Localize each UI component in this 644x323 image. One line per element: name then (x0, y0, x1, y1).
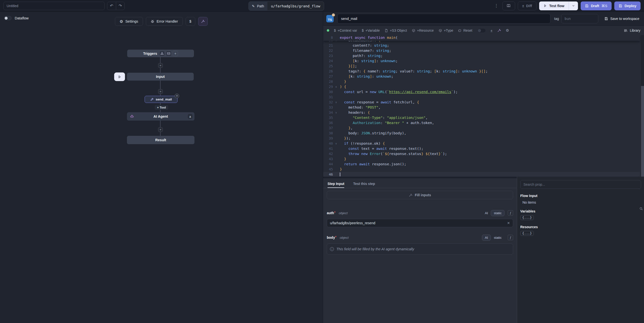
body-expression-button[interactable]: f (508, 235, 513, 240)
fold-chevron-icon[interactable]: ∨ (333, 110, 339, 115)
toolbar--type-button[interactable]: +Type (438, 29, 454, 33)
code-line[interactable]: 38 body: JSON.stringify(body), (323, 131, 640, 136)
path-button[interactable]: ✎ Path u/farhadglbs/grand_flow (248, 2, 324, 11)
code-line[interactable]: 27 [k: string]: unknown; (323, 74, 640, 79)
code-line[interactable]: 35 "Content-Type": "application/json", (323, 115, 640, 120)
editor-settings-button[interactable]: ⚙ (506, 28, 509, 33)
flow-title-input[interactable] (4, 2, 104, 10)
draft-button[interactable]: Draft ⌘S (581, 2, 612, 10)
body-mode-ai[interactable]: AI (482, 235, 491, 241)
tab-test-this-step[interactable]: Test this step (353, 182, 375, 188)
fold-spacer (333, 89, 339, 95)
code-line[interactable]: 24 [k: string]: unknown; (323, 59, 640, 64)
auth-mode-static[interactable]: static (491, 210, 504, 216)
toolbar--resource-button[interactable]: +Resource (412, 29, 434, 33)
field-type: object (340, 236, 349, 239)
code-line[interactable]: 39 }); (323, 136, 640, 141)
code-line[interactable]: 36 Authorization: "Bearer " + auth.token… (323, 120, 640, 126)
fold-spacer (333, 105, 339, 110)
node-triggers[interactable]: Triggers + (127, 50, 194, 57)
code-line[interactable]: 29∨) { (323, 84, 640, 89)
code-line[interactable]: 21 content?: string; (323, 43, 640, 48)
more-menu-button[interactable]: ⋮ (493, 3, 500, 8)
test-flow-button[interactable]: Test flow (539, 2, 578, 10)
webhook-trigger-icon[interactable] (159, 51, 165, 56)
code-line[interactable]: 41 const text = await response.text(); (323, 146, 640, 151)
code-line[interactable]: 43 } (323, 156, 640, 162)
ai-wand-button[interactable] (198, 17, 208, 26)
code-line[interactable]: 32∨ const response = await fetch(url, { (323, 100, 640, 105)
code-line[interactable]: 26 tags?: { name?: string; value?: strin… (323, 69, 640, 74)
toolbar-reset-button[interactable]: Reset (458, 29, 472, 33)
fold-chevron-icon[interactable]: ∨ (333, 141, 339, 146)
code-line[interactable]: 22 filename?: string; (323, 48, 640, 53)
add-step-button[interactable]: + (158, 127, 163, 132)
code-line[interactable]: 34∨ headers: { (323, 110, 640, 115)
auth-expression-button[interactable]: f (508, 210, 513, 216)
toolbar--variable-button[interactable]: $+Variable (362, 29, 380, 33)
add-tool-button[interactable]: + Tool (155, 105, 168, 110)
docs-button[interactable] (502, 2, 515, 10)
code-editor[interactable]: 20∨ attachments?: {21 content?: string;2… (323, 35, 644, 177)
code-line[interactable]: 8export async function main( (323, 35, 640, 41)
node-ai-agent[interactable]: AI Agent a (127, 112, 194, 121)
tab-step-input[interactable]: Step Input (328, 182, 344, 188)
diff-mode-button[interactable]: ± (490, 29, 492, 33)
editor-scrollbar[interactable] (641, 35, 644, 177)
add-step-button[interactable]: + (158, 63, 163, 68)
body-mode-static[interactable]: static (491, 235, 504, 241)
object-badge[interactable]: {...} (520, 231, 534, 236)
tag-input[interactable] (561, 14, 598, 23)
node-send-mail-tool[interactable]: send_mail (144, 96, 178, 103)
deploy-button[interactable]: Deploy (614, 2, 640, 10)
toolbar--context-var-button[interactable]: $+Context var (334, 29, 357, 33)
run-from-input-button[interactable] (114, 73, 125, 81)
error-handler-button[interactable]: Error Handler (146, 17, 183, 26)
test-flow-dropdown[interactable] (569, 2, 578, 10)
code-line[interactable]: 31 (323, 95, 640, 100)
save-to-workspace-button[interactable]: Save to workspace (604, 17, 639, 21)
code-line[interactable]: 37 }, (323, 126, 640, 131)
auth-mode-ai[interactable]: AI (482, 210, 491, 216)
code-line[interactable]: 23 path?: string; (323, 53, 640, 59)
settings-button[interactable]: ⚙ Settings (115, 17, 143, 26)
dataflow-toggle[interactable] (4, 16, 12, 20)
remove-tool-button[interactable]: ✕ (174, 94, 179, 98)
code-line[interactable]: 33 method: "POST", (323, 105, 640, 110)
add-trigger-button[interactable]: + (172, 51, 178, 56)
email-trigger-icon[interactable] (166, 51, 171, 56)
typescript-language-icon[interactable]: TS (326, 15, 334, 22)
clear-auth-button[interactable]: ✕ (507, 221, 510, 225)
redo-button[interactable]: ↷ (116, 2, 124, 10)
diff-button[interactable]: ± Diff (518, 2, 536, 10)
editor-toggle[interactable] (477, 28, 486, 33)
library-button[interactable]: Library (624, 29, 640, 33)
toolbar--s3-object-button[interactable]: +S3 Object (384, 29, 407, 33)
step-name-input[interactable] (337, 14, 550, 24)
auth-resource-input[interactable]: u/farhadglbs/peerless_resend ✕ (327, 219, 513, 227)
object-badge[interactable]: {...} (520, 215, 534, 220)
add-step-button[interactable]: + (158, 89, 163, 94)
fold-chevron-icon[interactable]: ∨ (333, 84, 339, 89)
code-line[interactable]: 42 throw new Error(`${response.status} $… (323, 151, 640, 156)
code-line[interactable]: 25 }[]; (323, 64, 640, 69)
search-icon[interactable] (639, 207, 643, 211)
undo-button[interactable]: ↶ (107, 2, 116, 10)
fold-chevron-icon[interactable]: ∨ (333, 100, 339, 105)
code-line[interactable]: 46 (323, 172, 640, 177)
search-prop-input[interactable] (520, 180, 641, 189)
code-line[interactable]: 44 return await response.json(); (323, 162, 640, 167)
code-line[interactable]: 45} (323, 167, 640, 172)
body-mode-toggle: AI static (482, 235, 504, 241)
scrollbar-thumb[interactable] (641, 86, 644, 177)
ai-assist-button[interactable] (497, 29, 501, 33)
code-line[interactable]: 40∨ if (!response.ok) { (323, 141, 640, 146)
fold-spacer (333, 136, 339, 141)
fill-inputs-button[interactable]: Fill inputs (327, 191, 513, 199)
node-result[interactable]: Result (127, 136, 194, 144)
code-line[interactable]: 30 const url = new URL(`https://api.rese… (323, 89, 640, 95)
code-line[interactable]: 28 } (323, 79, 640, 84)
robot-icon (130, 114, 134, 119)
node-input[interactable]: Input (127, 73, 194, 81)
dollar-button[interactable]: $ (186, 17, 195, 26)
